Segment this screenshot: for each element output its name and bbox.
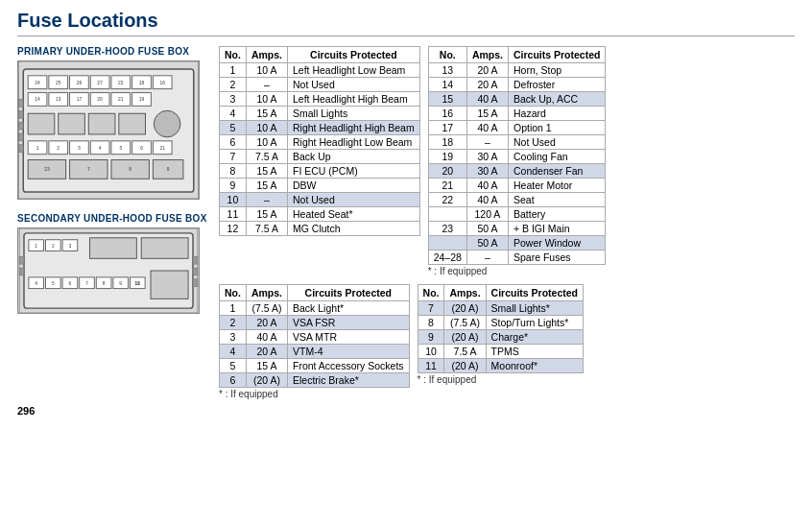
table-cell: 7.5 A [444, 345, 486, 359]
svg-rect-15 [28, 113, 55, 134]
table-cell: 30 A [466, 150, 508, 164]
table-cell: 20 A [246, 316, 287, 330]
table-cell: 15 A [246, 359, 287, 373]
table-cell: 16 [428, 107, 466, 121]
table-cell: Heated Seat* [288, 207, 420, 222]
table-cell: Heater Motor [508, 179, 605, 193]
svg-text:6: 6 [69, 281, 72, 286]
table-cell: 19 [428, 150, 466, 164]
table-cell: Horn, Stop [508, 63, 605, 78]
svg-text:6: 6 [140, 146, 143, 151]
svg-text:5: 5 [119, 146, 122, 151]
table-cell: 20 [428, 164, 466, 179]
table-cell: 11 [418, 359, 444, 373]
table-cell: – [246, 78, 287, 92]
svg-text:9: 9 [167, 167, 170, 172]
table-row: 1615 AHazard [428, 107, 606, 121]
table-row: 420 AVTM-4 [220, 345, 410, 359]
bottom-tables: No.Amps.Circuits Protected1(7.5 A)Back L… [219, 284, 795, 399]
table-cell: Defroster [508, 78, 605, 92]
table-cell: 20 A [466, 78, 508, 92]
table-cell: 7.5 A [246, 222, 287, 236]
table-cell: 3 [220, 92, 247, 107]
table-cell: 8 [418, 316, 444, 330]
table-cell: Cooling Fan [508, 150, 605, 164]
svg-text:27: 27 [97, 81, 103, 85]
primary-fuse-diagram: 24 25 26 27 22 18 16 14 13 17 20 21 19 1… [17, 60, 200, 200]
svg-text:8: 8 [129, 167, 131, 172]
table-row: 18–Not Used [428, 135, 606, 150]
page-title: Fuse Locations [17, 10, 795, 36]
primary-box-label: PRIMARY UNDER-HOOD FUSE BOX [17, 46, 209, 57]
svg-rect-74 [151, 271, 188, 299]
table-cell: Not Used [508, 135, 605, 150]
table-cell: VTM-4 [288, 345, 410, 359]
table-row: 515 AFront Accessory Sockets [220, 359, 410, 373]
table-header: No. [220, 47, 247, 63]
svg-text:23: 23 [44, 167, 50, 172]
table-cell: 40 A [466, 92, 508, 107]
table-cell: Condenser Fan [508, 164, 605, 179]
table-row: 340 AVSA MTR [220, 330, 410, 345]
table-cell: Charge* [486, 330, 583, 345]
table-cell: 23 [428, 222, 466, 236]
table-cell: 22 [428, 193, 466, 207]
svg-text:25: 25 [56, 81, 61, 85]
table-cell: 20 A [246, 345, 287, 359]
table-cell: Not Used [288, 193, 420, 207]
table-cell: 50 A [466, 222, 508, 236]
table-cell: MG Clutch [288, 222, 420, 236]
main-layout: PRIMARY UNDER-HOOD FUSE BOX [17, 46, 795, 399]
note-equipped-top: * : If equipped [428, 266, 607, 276]
table-row: 50 APower Window [428, 236, 606, 251]
table-row: 915 ADBW [220, 179, 420, 193]
right-column: No.Amps.Circuits Protected110 ALeft Head… [219, 46, 795, 399]
table-cell: Moonroof* [486, 359, 583, 373]
svg-text:3: 3 [69, 244, 72, 249]
svg-rect-59 [18, 145, 23, 153]
table-cell: – [466, 251, 508, 265]
svg-rect-16 [59, 113, 85, 134]
table-cell: + B IGI Main [508, 222, 605, 236]
table-cell: 18 [428, 135, 466, 150]
svg-rect-86 [193, 256, 198, 264]
table-header: Amps. [466, 47, 508, 63]
svg-text:8: 8 [103, 281, 106, 286]
table-cell: 15 A [246, 164, 287, 179]
table-cell: DBW [288, 179, 420, 193]
table-row: 8(7.5 A)Stop/Turn Lights* [418, 316, 583, 330]
table-cell: (20 A) [444, 359, 486, 373]
table-cell: (20 A) [444, 301, 486, 316]
table-header: Circuits Protected [486, 285, 583, 301]
table-cell: Left Headlight Low Beam [288, 63, 420, 78]
table-row: 7(20 A)Small Lights* [418, 301, 583, 316]
table-row: 610 ARight Headlight Low Beam [220, 135, 420, 150]
table-row: 2350 A+ B IGI Main [428, 222, 606, 236]
table-cell: (20 A) [246, 373, 287, 388]
table-cell: 15 A [246, 107, 287, 121]
table-row: 11(20 A)Moonroof* [418, 359, 583, 373]
svg-text:26: 26 [77, 81, 83, 85]
table-cell: 3 [220, 330, 247, 345]
table-row: 10–Not Used [220, 193, 420, 207]
svg-text:7: 7 [87, 167, 90, 172]
table-cell: 2 [220, 316, 247, 330]
svg-text:5: 5 [52, 281, 55, 286]
table-cell: 1 [220, 63, 247, 78]
svg-text:24: 24 [35, 81, 40, 85]
svg-text:21: 21 [159, 146, 165, 151]
svg-rect-57 [18, 122, 23, 130]
table-cell: 9 [418, 330, 444, 345]
table-cell: 50 A [466, 236, 508, 251]
table-cell [428, 236, 466, 251]
svg-text:4: 4 [99, 146, 102, 151]
table-row: 2–Not Used [220, 78, 420, 92]
svg-rect-90 [19, 268, 24, 275]
table2-wrapper: No.Amps.Circuits Protected1320 AHorn, St… [428, 46, 607, 276]
table-cell: (7.5 A) [246, 301, 287, 316]
table1-wrapper: No.Amps.Circuits Protected110 ALeft Head… [219, 46, 420, 276]
table-cell: Small Lights* [486, 301, 583, 316]
table-row: 415 ASmall Lights [220, 107, 420, 121]
table-row: 2030 ACondenser Fan [428, 164, 606, 179]
table-header: Circuits Protected [288, 285, 410, 301]
